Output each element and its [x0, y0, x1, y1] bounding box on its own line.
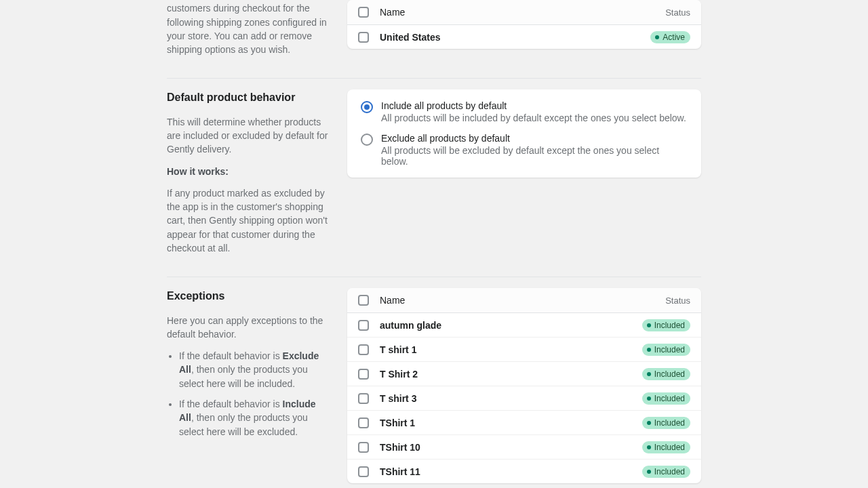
radio-label: Include all products by default — [381, 100, 686, 111]
status-badge: Active — [650, 31, 690, 43]
exceptions-desc: Here you can apply exceptions to the def… — [167, 314, 331, 342]
status-badge: Included — [642, 344, 690, 356]
radio-label: Exclude all products by default — [381, 133, 688, 144]
row-checkbox[interactable] — [358, 418, 369, 428]
shipping-zones-table: Name Status United StatesActive — [347, 0, 701, 49]
how-it-works-body: If any product marked as excluded by the… — [167, 186, 331, 255]
table-row: TShirt 10Included — [347, 435, 701, 460]
product-name: TShirt 11 — [380, 466, 629, 477]
radio-option[interactable]: Include all products by defaultAll produ… — [361, 100, 688, 123]
zone-name: United States — [380, 32, 629, 43]
product-name: TShirt 1 — [380, 418, 629, 428]
col-name: Name — [380, 7, 629, 18]
radio-desc: All products will be included by default… — [381, 113, 686, 123]
table-row: T shirt 1Included — [347, 338, 701, 362]
row-checkbox[interactable] — [358, 32, 369, 43]
row-checkbox[interactable] — [358, 369, 369, 380]
section-exceptions: Exceptions Here you can apply exceptions… — [167, 277, 701, 488]
table-header: Name Status — [347, 288, 701, 313]
how-it-works-label: How it works: — [167, 166, 229, 177]
exception-bullet: If the default behavior is Include All, … — [179, 397, 331, 439]
section-shipping-zones: Gently shipping option will appear for c… — [167, 0, 701, 78]
table-header: Name Status — [347, 0, 701, 25]
status-badge: Included — [642, 417, 690, 429]
table-row: TShirt 11Included — [347, 460, 701, 483]
select-all-checkbox[interactable] — [358, 295, 369, 306]
table-row: T shirt 3Included — [347, 386, 701, 411]
radio-option[interactable]: Exclude all products by defaultAll produ… — [361, 133, 688, 167]
row-checkbox[interactable] — [358, 442, 369, 453]
table-row: TShirt 1Included — [347, 411, 701, 435]
exception-bullet: If the default behavior is Exclude All, … — [179, 349, 331, 390]
select-all-checkbox[interactable] — [358, 7, 369, 18]
product-name: TShirt 10 — [380, 442, 629, 453]
col-status: Status — [629, 296, 690, 306]
status-badge: Included — [642, 392, 690, 405]
product-name: T shirt 1 — [380, 344, 629, 355]
default-behavior-title: Default product behavior — [167, 89, 331, 105]
row-checkbox[interactable] — [358, 320, 369, 331]
col-status: Status — [629, 7, 690, 18]
status-badge: Included — [642, 368, 690, 380]
status-badge: Included — [642, 441, 690, 453]
status-badge: Included — [642, 466, 690, 478]
exceptions-title: Exceptions — [167, 288, 331, 304]
row-checkbox[interactable] — [358, 466, 369, 477]
table-row: T Shirt 2Included — [347, 362, 701, 386]
radio-icon — [361, 101, 373, 113]
default-behavior-desc: This will determine whether products are… — [167, 115, 331, 157]
section-default-behavior: Default product behavior This will deter… — [167, 79, 701, 277]
product-name: T Shirt 2 — [380, 369, 629, 380]
product-name: T shirt 3 — [380, 393, 629, 404]
shipping-zones-desc: Gently shipping option will appear for c… — [167, 0, 331, 56]
default-behavior-card: Include all products by defaultAll produ… — [347, 89, 701, 178]
table-row: autumn gladeIncluded — [347, 313, 701, 338]
table-row: United StatesActive — [347, 25, 701, 49]
col-name: Name — [380, 295, 629, 306]
radio-desc: All products will be excluded by default… — [381, 145, 688, 167]
product-name: autumn glade — [380, 320, 629, 331]
status-badge: Included — [642, 319, 690, 331]
row-checkbox[interactable] — [358, 393, 369, 404]
radio-icon — [361, 134, 373, 146]
row-checkbox[interactable] — [358, 344, 369, 355]
exceptions-table: Name Status autumn gladeIncludedT shirt … — [347, 288, 701, 483]
